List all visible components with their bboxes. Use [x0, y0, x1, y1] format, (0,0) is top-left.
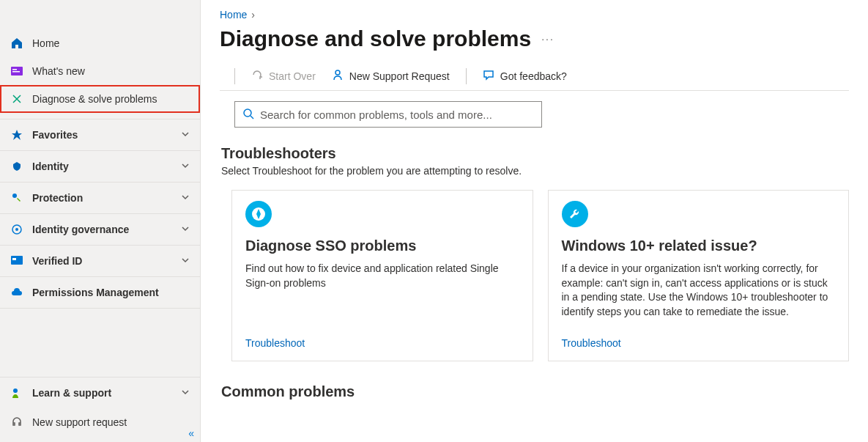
svg-point-9 [335, 70, 340, 75]
headset-icon [10, 416, 23, 429]
nav-section-permissions-label: Permissions Management [32, 287, 159, 298]
search-box[interactable] [234, 101, 542, 128]
nav-diagnose[interactable]: Diagnose & solve problems [0, 85, 200, 113]
card-win10-troubleshoot-link[interactable]: Troubleshoot [562, 337, 836, 349]
nav-section-identity-label: Identity [32, 161, 69, 172]
nav-section-governance-label: Identity governance [32, 224, 129, 235]
compass-icon [245, 201, 272, 227]
troubleshooter-cards: Diagnose SSO problems Find out how to fi… [231, 190, 849, 361]
governance-icon [10, 223, 23, 236]
chevron-down-icon [181, 129, 190, 141]
got-feedback-button[interactable]: Got feedback? [483, 67, 567, 84]
chevron-right-icon: › [251, 9, 255, 21]
chevron-down-icon [181, 161, 190, 172]
sidebar-collapse[interactable]: « [188, 427, 194, 439]
svg-rect-1 [12, 69, 17, 70]
card-sso-title: Diagnose SSO problems [245, 237, 519, 254]
nav-diagnose-label: Diagnose & solve problems [32, 93, 157, 105]
wrench-circle-icon [562, 201, 588, 227]
nav-section-learn[interactable]: Learn & support [0, 377, 200, 408]
card-sso-body: Find out how to fix device and applicati… [245, 262, 519, 337]
sidebar: Home What's new Diagnose & solve problem… [0, 0, 201, 442]
wrench-icon [10, 92, 23, 106]
svg-point-8 [13, 388, 18, 393]
start-over-button[interactable]: Start Over [251, 67, 316, 84]
nav-new-support[interactable]: New support request [0, 408, 200, 436]
card-win10-body: If a device in your organization isn't w… [562, 262, 836, 337]
troubleshooters-subtitle: Select Troubleshoot for the problem you … [221, 165, 849, 177]
cloud-icon [10, 286, 23, 299]
search-input[interactable] [260, 108, 534, 121]
home-icon [10, 37, 23, 50]
nav-section-favorites[interactable]: Favorites [0, 119, 200, 150]
identity-icon [10, 160, 23, 173]
new-support-request-button[interactable]: New Support Request [332, 67, 450, 84]
nav-home-label: Home [32, 37, 59, 49]
separator [234, 68, 235, 84]
chevron-down-icon [181, 387, 190, 399]
nav-section-protection-label: Protection [32, 192, 83, 204]
verified-icon [10, 254, 23, 268]
chevron-down-icon [181, 192, 190, 204]
troubleshooters-title: Troubleshooters [221, 145, 849, 162]
svg-point-3 [12, 194, 17, 198]
card-sso-troubleshoot-link[interactable]: Troubleshoot [245, 337, 519, 349]
feedback-icon [483, 69, 494, 83]
more-icon[interactable]: ··· [541, 33, 554, 45]
nav-section-verified[interactable]: Verified ID [0, 245, 200, 276]
nav-section-verified-label: Verified ID [32, 255, 82, 267]
card-sso: Diagnose SSO problems Find out how to fi… [231, 190, 533, 361]
svg-point-5 [15, 228, 18, 231]
breadcrumb-home[interactable]: Home [220, 9, 247, 21]
nav-section-identity[interactable]: Identity [0, 150, 200, 182]
main-content: Home › Diagnose and solve problems ··· S… [201, 0, 868, 442]
card-win10: Windows 10+ related issue? If a device i… [548, 190, 850, 361]
protection-icon [10, 191, 23, 205]
svg-rect-2 [12, 71, 20, 73]
search-icon [242, 108, 254, 122]
nav-whatsnew[interactable]: What's new [0, 57, 200, 85]
nav-whatsnew-label: What's new [32, 65, 85, 77]
command-bar: Start Over New Support Request Got feedb… [220, 65, 849, 91]
nav-section-permissions[interactable]: Permissions Management [0, 276, 200, 309]
common-problems-title: Common problems [221, 383, 849, 400]
breadcrumb: Home › [220, 9, 849, 21]
nav-new-support-label: New support request [32, 416, 127, 428]
chevron-down-icon [181, 224, 190, 235]
whatsnew-icon [10, 65, 23, 78]
nav-home[interactable]: Home [0, 29, 200, 57]
svg-rect-7 [12, 258, 16, 260]
card-win10-title: Windows 10+ related issue? [562, 237, 836, 254]
nav-section-governance[interactable]: Identity governance [0, 213, 200, 245]
star-icon [10, 128, 23, 141]
refresh-icon [251, 69, 263, 83]
page-title: Diagnose and solve problems [220, 26, 531, 51]
chevron-down-icon [181, 255, 190, 267]
nav-section-protection[interactable]: Protection [0, 182, 200, 213]
nav-section-learn-label: Learn & support [32, 387, 111, 399]
support-icon [332, 69, 344, 83]
separator [466, 68, 467, 84]
svg-point-10 [244, 109, 251, 117]
nav-section-favorites-label: Favorites [32, 129, 78, 141]
learn-icon [10, 386, 23, 399]
